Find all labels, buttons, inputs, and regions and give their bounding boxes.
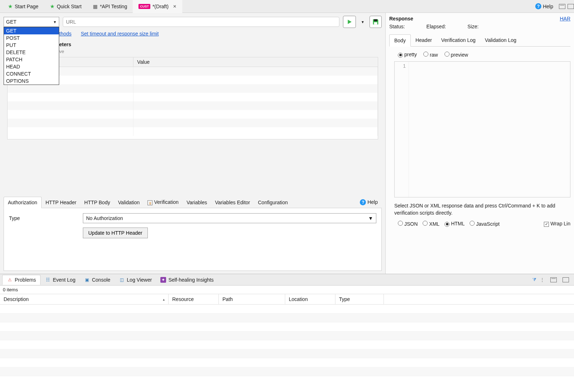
tab-label: Start Page	[15, 4, 38, 9]
problems-rows[interactable]	[0, 305, 574, 392]
custom-methods-link[interactable]: thods	[59, 31, 71, 37]
method-option-patch[interactable]: PATCH	[4, 56, 59, 63]
authorization-panel: Type No Authorization ▼ Update to HTTP H…	[4, 208, 382, 271]
col-location[interactable]: Location	[285, 294, 335, 304]
tab-api-testing[interactable]: ▦ *API Testing	[87, 0, 133, 13]
dock-maximize[interactable]	[563, 277, 569, 282]
update-http-header-button[interactable]: Update to HTTP Header	[83, 228, 148, 238]
radio-icon	[398, 221, 403, 226]
checkbox-wrap[interactable]: ✓Wrap Lin	[544, 221, 570, 227]
table-row	[0, 314, 574, 322]
link-row: thods Set timeout and response size limi…	[4, 28, 382, 40]
tab-http-body[interactable]: HTTP Body	[80, 197, 114, 208]
editor-gutter: 1	[395, 62, 409, 197]
url-input[interactable]	[63, 17, 339, 27]
tab-label: *API Testing	[100, 4, 127, 9]
col-resource[interactable]: Resource	[169, 294, 219, 304]
svg-rect-0	[374, 19, 377, 21]
tab-configuration[interactable]: Configuration	[254, 197, 292, 208]
method-option-post[interactable]: POST	[4, 34, 59, 42]
auth-type-row: Type No Authorization ▼	[9, 213, 376, 223]
editor-content[interactable]	[409, 62, 570, 197]
tab-help[interactable]: ? Help	[356, 197, 382, 208]
method-option-head[interactable]: HEAD	[4, 63, 59, 70]
elapsed-label: Elapsed:	[427, 24, 446, 29]
radio-js[interactable]: JavaScript	[470, 221, 499, 227]
radio-html[interactable]: HTML	[444, 221, 465, 227]
dock-tab-console[interactable]: ▣Console	[80, 275, 114, 285]
tab-variables-editor[interactable]: Variables Editor	[211, 197, 254, 208]
radio-raw[interactable]: raw	[423, 52, 438, 58]
auth-type-select[interactable]: No Authorization ▼	[83, 213, 376, 223]
dock-tab-self-healing[interactable]: ✦Self-healing Insights	[156, 275, 218, 285]
radio-pretty[interactable]: pretty	[398, 52, 417, 58]
tab-http-header[interactable]: HTTP Header	[42, 197, 80, 208]
radio-icon	[444, 222, 450, 227]
close-icon[interactable]: ✕	[173, 4, 177, 9]
params-grid[interactable]: Value	[7, 57, 378, 139]
har-link[interactable]: HAR	[560, 16, 570, 21]
play-icon	[346, 19, 353, 25]
run-dropdown-caret[interactable]: ▼	[359, 20, 366, 24]
method-option-put[interactable]: PUT	[4, 42, 59, 49]
self-healing-icon: ✦	[160, 277, 166, 283]
table-row	[0, 367, 574, 376]
http-method-select[interactable]: GET ▼	[4, 17, 59, 27]
tab-label: *(Draft)	[152, 4, 169, 9]
filter-icon[interactable]: ⧩	[532, 277, 536, 283]
tab-variables[interactable]: Variables	[183, 197, 211, 208]
tab-start-page[interactable]: ★ Start Page	[2, 0, 44, 13]
dock-minimize[interactable]	[550, 277, 557, 282]
radio-preview[interactable]: preview	[444, 52, 468, 58]
help-icon: ?	[360, 199, 366, 205]
resp-tab-verification[interactable]: Verification Log	[437, 34, 480, 46]
auth-type-value: No Authorization	[86, 215, 123, 221]
more-icon[interactable]: ⋮	[540, 277, 545, 282]
table-row	[0, 305, 574, 314]
tab-verification[interactable]: gVerification	[144, 197, 182, 208]
method-select-wrap: GET ▼ GET POST PUT DELETE PATCH HEAD CON…	[4, 17, 59, 27]
status-label: Status:	[389, 24, 405, 29]
dock-tab-event-log[interactable]: ☷Event Log	[41, 275, 80, 285]
method-option-delete[interactable]: DELETE	[4, 49, 59, 56]
method-option-get[interactable]: GET	[4, 27, 59, 34]
dock-tab-problems[interactable]: ⚠Problems	[2, 275, 41, 285]
col-path[interactable]: Path	[219, 294, 285, 304]
resp-tab-header[interactable]: Header	[411, 34, 437, 46]
tab-authorization[interactable]: Authorization	[4, 197, 42, 208]
chevron-down-icon: ▼	[53, 20, 57, 24]
response-hint: Select JSON or XML response data and pre…	[389, 201, 570, 221]
help-label: Help	[543, 4, 553, 9]
radio-json[interactable]: JSON	[398, 221, 418, 227]
col-description[interactable]: Description▴	[0, 294, 169, 304]
radio-icon	[423, 221, 428, 226]
method-option-connect[interactable]: CONNECT	[4, 70, 59, 77]
help-link[interactable]: ? Help	[532, 3, 557, 9]
col-type[interactable]: Type	[335, 294, 384, 304]
response-tabs: Body Header Verification Log Validation …	[389, 34, 570, 47]
maximize-button[interactable]	[568, 4, 574, 9]
tab-draft[interactable]: CUST *(Draft) ✕	[133, 0, 182, 13]
timeout-link[interactable]: Set timeout and response size limit	[81, 31, 159, 37]
log-viewer-icon: ◫	[119, 277, 125, 283]
table-row	[0, 331, 574, 340]
radio-xml[interactable]: XML	[423, 221, 439, 227]
help-icon: ?	[535, 3, 541, 9]
cust-badge-icon: CUST	[138, 4, 150, 9]
response-editor[interactable]: 1	[394, 61, 570, 197]
tab-validation[interactable]: Validation	[114, 197, 144, 208]
resp-tab-body[interactable]: Body	[389, 34, 411, 47]
status-row: Status: Elapsed: Size:	[389, 21, 570, 34]
save-button[interactable]	[370, 16, 382, 28]
minimize-button[interactable]	[559, 4, 565, 9]
response-panel: Response HAR Status: Elapsed: Size: Body…	[385, 13, 574, 274]
tab-quick-start[interactable]: ★ Quick Start	[44, 0, 87, 13]
col-value[interactable]: Value	[133, 57, 378, 67]
radio-icon	[423, 52, 428, 57]
http-method-dropdown[interactable]: GET POST PUT DELETE PATCH HEAD CONNECT O…	[4, 27, 59, 85]
dock-tab-log-viewer[interactable]: ◫Log Viewer	[115, 275, 156, 285]
method-option-options[interactable]: OPTIONS	[4, 77, 59, 85]
star-icon: ★	[8, 3, 13, 10]
run-button[interactable]	[343, 16, 356, 28]
resp-tab-validation[interactable]: Validation Log	[480, 34, 521, 46]
